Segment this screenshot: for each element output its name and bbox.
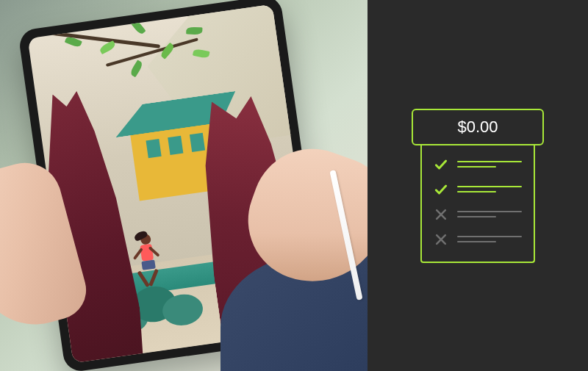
- window-shape: [146, 139, 162, 158]
- price-header: $0.00: [412, 109, 544, 145]
- runner-figure: [129, 232, 165, 287]
- feature-text-placeholder: [457, 161, 522, 168]
- window-shape: [190, 133, 205, 152]
- feature-item: [434, 207, 522, 222]
- pricing-panel: $0.00: [368, 0, 588, 371]
- leaf-icon: [129, 60, 144, 77]
- feature-text-placeholder: [457, 211, 522, 217]
- feature-checklist: [420, 144, 535, 263]
- pricing-widget: $0.00: [412, 109, 544, 263]
- window-shape: [168, 136, 183, 155]
- cross-icon: [434, 232, 448, 247]
- feature-item: [434, 232, 522, 247]
- check-icon: [434, 157, 448, 172]
- leaf-icon: [130, 18, 146, 35]
- hero-image-panel: [0, 0, 368, 371]
- feature-text-placeholder: [457, 186, 522, 192]
- feature-item: [434, 157, 522, 172]
- leaf-icon: [98, 40, 116, 54]
- feature-text-placeholder: [457, 236, 522, 242]
- feature-item: [434, 182, 522, 197]
- check-icon: [434, 182, 448, 197]
- leaf-icon: [193, 48, 210, 59]
- leaf-icon: [159, 43, 176, 60]
- price-label: $0.00: [457, 118, 498, 137]
- leaf-icon: [186, 27, 202, 35]
- cross-icon: [434, 207, 448, 222]
- tablet-illustration-scene: [0, 0, 368, 371]
